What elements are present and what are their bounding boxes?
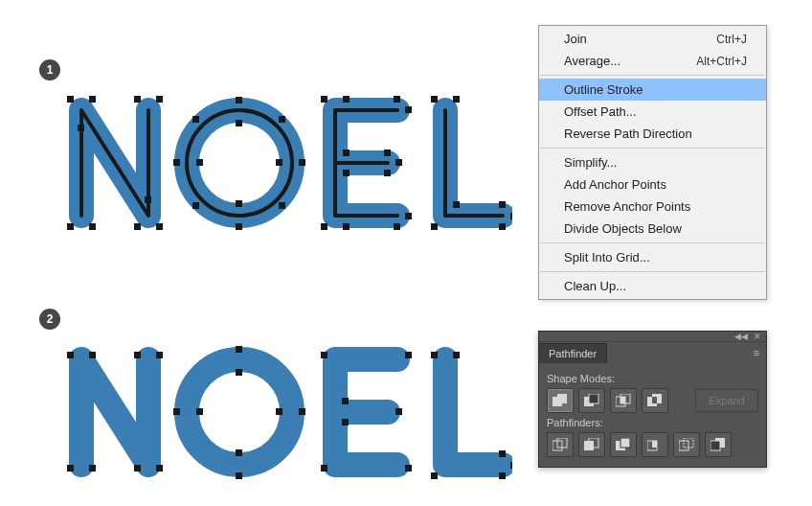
menu-item-clean-up[interactable]: Clean Up... bbox=[539, 275, 766, 297]
svg-rect-30 bbox=[394, 223, 400, 230]
minus-front-icon bbox=[584, 394, 599, 407]
menu-item-add-anchor-points[interactable]: Add Anchor Points bbox=[539, 173, 766, 196]
svg-rect-18 bbox=[192, 202, 199, 209]
pathfinder-minus-back[interactable] bbox=[705, 432, 732, 457]
pathfinder-merge[interactable] bbox=[610, 432, 637, 457]
svg-rect-23 bbox=[276, 159, 282, 166]
svg-rect-22 bbox=[196, 159, 203, 166]
menu-item-join[interactable]: Join Ctrl+J bbox=[539, 28, 766, 50]
menu-item-outline-stroke[interactable]: Outline Stroke bbox=[539, 79, 766, 101]
panel-tab-pathfinder[interactable]: Pathfinder bbox=[539, 343, 607, 363]
svg-rect-27 bbox=[343, 223, 350, 230]
svg-rect-16 bbox=[192, 116, 199, 123]
collapse-icon[interactable]: ◀◀ bbox=[734, 333, 748, 341]
svg-rect-51 bbox=[134, 465, 141, 472]
svg-rect-50 bbox=[156, 352, 163, 358]
pathfinder-crop[interactable] bbox=[642, 432, 668, 457]
svg-rect-24 bbox=[321, 96, 327, 103]
svg-rect-46 bbox=[89, 352, 96, 358]
svg-rect-38 bbox=[453, 96, 460, 103]
svg-rect-17 bbox=[279, 116, 285, 123]
svg-rect-71 bbox=[510, 462, 512, 469]
svg-rect-25 bbox=[343, 96, 350, 103]
menu-item-label: Split Into Grid... bbox=[564, 250, 747, 264]
svg-rect-4 bbox=[67, 223, 74, 230]
shape-modes-label: Shape Modes: bbox=[547, 373, 758, 384]
svg-rect-8 bbox=[134, 223, 141, 230]
shape-mode-minus-front[interactable] bbox=[578, 388, 605, 413]
menu-item-label: Offset Path... bbox=[564, 104, 747, 119]
svg-rect-33 bbox=[395, 159, 402, 166]
svg-rect-68 bbox=[431, 352, 438, 358]
menu-item-divide-objects-below[interactable]: Divide Objects Below bbox=[539, 218, 766, 240]
svg-rect-34 bbox=[384, 170, 391, 176]
svg-rect-59 bbox=[196, 408, 203, 415]
panel-topbar: ◀◀ ✕ bbox=[539, 332, 766, 342]
svg-rect-39 bbox=[431, 223, 438, 230]
svg-rect-2 bbox=[67, 96, 74, 103]
svg-rect-21 bbox=[236, 200, 242, 207]
svg-rect-89 bbox=[620, 438, 630, 448]
svg-rect-29 bbox=[405, 106, 412, 113]
svg-rect-48 bbox=[89, 465, 96, 472]
menu-item-shortcut: Alt+Ctrl+J bbox=[696, 55, 747, 68]
svg-rect-64 bbox=[405, 465, 412, 472]
menu-item-label: Clean Up... bbox=[564, 279, 747, 293]
menu-item-split-into-grid[interactable]: Split Into Grid... bbox=[539, 246, 766, 268]
pathfinder-trim[interactable] bbox=[578, 432, 605, 457]
svg-rect-5 bbox=[89, 223, 96, 230]
pathfinder-divide[interactable] bbox=[547, 432, 574, 457]
expand-button[interactable]: Expand bbox=[695, 389, 758, 412]
svg-rect-26 bbox=[321, 223, 327, 230]
svg-rect-43 bbox=[499, 223, 506, 230]
menu-separator bbox=[540, 242, 765, 243]
close-icon[interactable]: ✕ bbox=[754, 333, 761, 341]
menu-item-average[interactable]: Average... Alt+Ctrl+J bbox=[539, 50, 766, 72]
svg-rect-47 bbox=[67, 465, 74, 472]
svg-rect-49 bbox=[134, 352, 141, 358]
svg-rect-65 bbox=[395, 408, 402, 415]
menu-item-label: Divide Objects Below bbox=[564, 221, 747, 236]
pathfinder-outline[interactable] bbox=[673, 432, 700, 457]
menu-separator bbox=[540, 271, 765, 272]
svg-rect-57 bbox=[236, 369, 242, 376]
svg-rect-52 bbox=[156, 465, 163, 472]
menu-item-label: Reverse Path Direction bbox=[564, 126, 747, 141]
pathfinder-panel: ◀◀ ✕ Pathfinder ≡ Shape Modes: bbox=[538, 331, 767, 468]
menu-item-simplify[interactable]: Simplify... bbox=[539, 151, 766, 173]
step-badge-1: 1 bbox=[39, 59, 60, 80]
menu-item-label: Outline Stroke bbox=[564, 82, 747, 97]
svg-rect-58 bbox=[236, 449, 242, 456]
svg-rect-56 bbox=[299, 408, 305, 415]
svg-rect-19 bbox=[279, 202, 285, 209]
shape-mode-intersect[interactable] bbox=[610, 388, 637, 413]
shape-mode-unite[interactable] bbox=[547, 388, 574, 413]
svg-rect-36 bbox=[343, 170, 350, 176]
svg-rect-66 bbox=[342, 398, 349, 404]
svg-rect-37 bbox=[431, 96, 438, 103]
svg-rect-45 bbox=[67, 352, 74, 358]
menu-item-label: Average... bbox=[564, 54, 696, 68]
svg-rect-61 bbox=[321, 352, 327, 358]
svg-rect-35 bbox=[343, 150, 350, 156]
svg-rect-42 bbox=[510, 213, 512, 219]
menu-separator bbox=[540, 75, 765, 76]
svg-rect-72 bbox=[499, 450, 506, 457]
svg-rect-40 bbox=[453, 201, 460, 208]
menu-item-label: Remove Anchor Points bbox=[564, 199, 747, 214]
svg-rect-67 bbox=[342, 419, 349, 426]
menu-item-reverse-path-direction[interactable]: Reverse Path Direction bbox=[539, 123, 766, 145]
menu-separator bbox=[540, 148, 765, 149]
svg-rect-95 bbox=[710, 441, 720, 450]
svg-rect-28 bbox=[394, 96, 400, 103]
svg-rect-10 bbox=[78, 125, 84, 131]
crop-icon bbox=[647, 438, 663, 451]
svg-rect-55 bbox=[173, 408, 180, 415]
menu-item-remove-anchor-points[interactable]: Remove Anchor Points bbox=[539, 196, 766, 218]
artwork-step-2 bbox=[53, 331, 512, 496]
svg-rect-91 bbox=[652, 441, 657, 448]
shape-mode-exclude[interactable] bbox=[642, 388, 668, 413]
panel-menu-icon[interactable]: ≡ bbox=[747, 347, 766, 358]
menu-item-offset-path[interactable]: Offset Path... bbox=[539, 101, 766, 123]
svg-rect-80 bbox=[620, 397, 625, 403]
